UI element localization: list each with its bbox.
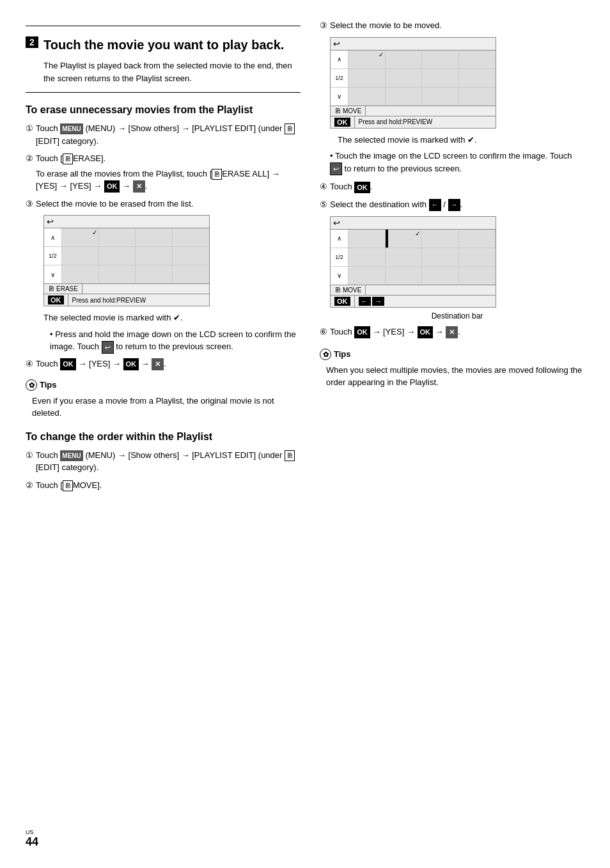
movie-cell-10 <box>99 265 136 283</box>
erase-grid-down: ∨ <box>44 265 62 283</box>
right-tips: ✿ Tips When you select multiple movies, … <box>320 349 584 389</box>
move-grid-down: ∨ <box>331 88 348 106</box>
erase-step1-content: Touch MENU (MENU) → [Show others] → [PLA… <box>36 122 301 147</box>
right-step4-content: Touch OK. <box>330 180 584 193</box>
movie-cell-11 <box>136 265 173 283</box>
erase-step4: ④ Touch OK → [YES] → OK → ✕. <box>26 358 301 370</box>
move-grid-up: ∧ <box>331 51 348 68</box>
ok-btn: OK <box>48 296 64 304</box>
x-btn2: ✕ <box>152 358 164 370</box>
move-cell-11 <box>422 88 459 106</box>
erase-ok-btn: OK <box>44 294 68 306</box>
move-grid-bottom: 🖹 MOVE <box>331 106 496 116</box>
erase-step2-num: ② <box>26 152 33 165</box>
move-grid-topbar: ↩ <box>331 38 496 51</box>
dest-ok-area: OK <box>331 296 355 307</box>
down-arrow: ∨ <box>51 271 55 278</box>
right-step3: ③ Select the movie to be moved. <box>320 19 584 32</box>
dest-grid-cells2 <box>348 248 496 266</box>
order-step2-num: ② <box>26 479 33 492</box>
movie-cell-6 <box>99 247 136 265</box>
erase-grid-row3: ∨ <box>44 265 209 283</box>
menu-icon: MENU <box>60 123 82 134</box>
erase-grid-bottom2: OK Press and hold:PREVIEW <box>44 294 209 306</box>
erase-all-icon: 🖹 <box>212 169 222 180</box>
tips-icon1: ✿ <box>26 379 37 391</box>
move-grid-bottom2: OK Press and hold:PREVIEW <box>331 116 496 128</box>
tips-icon2: ✿ <box>320 349 331 360</box>
move-cell-2 <box>386 51 423 68</box>
dest-left-arrow: ← <box>359 297 371 306</box>
move-cell-9 <box>348 88 386 106</box>
movie-cell-4 <box>173 228 210 246</box>
move-cell-4 <box>459 51 496 68</box>
ok-btn-r6a: OK <box>354 326 370 338</box>
move-checkmark-note: The selected movie is marked with ✔. <box>338 134 584 146</box>
right-step4: ④ Touch OK. <box>320 180 584 193</box>
movie-cell-2 <box>99 228 136 246</box>
dest-ok: OK <box>334 297 350 306</box>
erase-step2-content: Touch [🖹ERASE]. To erase all the movies … <box>36 152 301 193</box>
dest-grid-bottom2: OK ← → <box>331 295 496 307</box>
erase-grid-cells1 <box>62 228 209 246</box>
movie-cell-12 <box>173 265 210 283</box>
dest-bottom-icon: 🖹 <box>334 287 341 294</box>
move-cell-7 <box>422 69 459 87</box>
erase-grid-topbar: ↩ <box>44 216 209 228</box>
dest-cell-2 <box>386 230 423 248</box>
move-ok-btn: OK <box>331 116 355 128</box>
erase-step2: ② Touch [🖹ERASE]. To erase all the movie… <box>26 152 301 193</box>
movie-cell-8 <box>173 247 210 265</box>
tips-label1: Tips <box>40 380 57 390</box>
order-section-title: To change the order within the Playlist <box>26 431 301 443</box>
move-grid-cells2 <box>348 69 496 87</box>
return-icon2: ↩ <box>330 162 342 176</box>
erase-grid-rows: ∧ 1/2 <box>44 228 209 283</box>
x-btn-inline1: ✕ <box>133 180 145 193</box>
left-column: 2 Touch the movie you want to play back.… <box>26 19 301 496</box>
erase-tips-bullet: Even if you erase a movie from a Playlis… <box>32 395 301 420</box>
x-btn-r6: ✕ <box>446 326 458 338</box>
dest-grid-row2: 1/2 <box>331 248 496 267</box>
move-back-btn: ↩ <box>333 39 340 49</box>
dest-cell-4 <box>459 230 496 248</box>
dest-move-label: MOVE <box>343 287 361 294</box>
left-arrow-btn: ← <box>429 199 441 211</box>
move-icon: 🖹 <box>63 480 73 491</box>
erase-grid-row1: ∧ <box>44 228 209 247</box>
dest-grid-bottom: 🖹 MOVE <box>331 285 496 295</box>
move-cell-5 <box>348 69 386 87</box>
erase-icon: 🖹 <box>63 154 73 164</box>
order-step1-num: ① <box>26 449 33 462</box>
order-step1: ① Touch MENU (MENU) → [Show others] → [P… <box>26 449 301 474</box>
move-cell-1 <box>348 51 386 68</box>
erase-grid-cells3 <box>62 265 209 283</box>
erase-step1: ① Touch MENU (MENU) → [Show others] → [P… <box>26 122 301 147</box>
dest-cell-6 <box>386 248 423 266</box>
move-grid-cells1 <box>348 51 496 68</box>
erase-grid: ↩ ∧ 1/2 <box>43 215 210 306</box>
dest-grid: ↩ ∧ 1/2 <box>330 216 496 308</box>
move-preview-label: Press and hold:PREVIEW <box>355 116 437 128</box>
dest-bar-label: Destination bar <box>330 312 584 320</box>
step2-header: 2 Touch the movie you want to play back. <box>26 36 301 53</box>
move-cell-8 <box>459 69 496 87</box>
edit-folder-icon2: 🖹 <box>285 450 295 461</box>
step2-title: Touch the movie you want to play back. <box>43 36 284 53</box>
erase-step1-num: ① <box>26 122 33 135</box>
dest-grid-row3: ∨ <box>331 267 496 285</box>
erase-preview-label: Press and hold:PREVIEW <box>68 294 150 306</box>
ok-btn-r4: OK <box>354 182 370 194</box>
movie-cell-7 <box>136 247 173 265</box>
dest-cell-5 <box>348 248 386 266</box>
right-column: ③ Select the movie to be moved. ↩ ∧ <box>320 19 584 496</box>
erase-tips: ✿ Tips Even if you erase a movie from a … <box>26 379 301 420</box>
right-arrow-btn: → <box>448 199 460 211</box>
dest-cell-11 <box>422 267 459 285</box>
up-arrow: ∧ <box>51 234 55 241</box>
erase-bottom-icon: 🖹 <box>48 285 54 292</box>
move-ok: OK <box>334 118 350 127</box>
erase-grid-page: 1/2 <box>44 247 62 265</box>
erase-section-title: To erase unnecessary movies from the Pla… <box>26 104 301 116</box>
menu-icon2: MENU <box>60 450 82 461</box>
